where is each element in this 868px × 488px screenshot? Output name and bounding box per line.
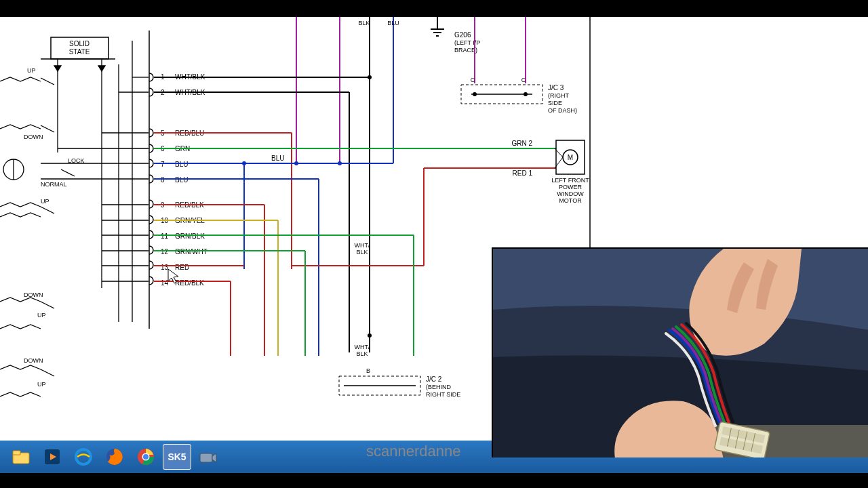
blk-label: BLK (358, 20, 370, 26)
svg-point-10 (368, 75, 372, 79)
motor-label-1: LEFT FRONT (551, 177, 589, 184)
svg-line-53 (41, 78, 54, 85)
svg-point-8 (473, 92, 477, 96)
svg-line-55 (61, 169, 75, 176)
taskbar-firefox-icon[interactable] (100, 444, 129, 470)
pin-8-num: 8 (161, 176, 165, 184)
pin-8-color: BLU (175, 176, 188, 184)
pin-11-color: GRN/BLK (175, 232, 205, 240)
svg-line-56 (41, 207, 54, 214)
svg-point-69 (143, 454, 149, 460)
up-label-2: UP (41, 198, 50, 205)
motor-label-2: POWER (559, 184, 583, 190)
wht-blk-label-v4: BLK (356, 350, 368, 357)
b-label: B (366, 367, 370, 374)
pin-13-color: RED (175, 264, 189, 271)
down-label-2: DOWN (24, 291, 43, 298)
pin-11-num: 11 (161, 232, 169, 240)
grn-2-label: GRN 2 (511, 140, 532, 147)
svg-marker-31 (54, 66, 61, 71)
taskbar-sk5-icon[interactable]: SK5 (163, 444, 191, 470)
wht-blk-label-v2: BLK (356, 249, 368, 256)
c-label-1: C (471, 77, 475, 83)
pin-12-num: 12 (161, 248, 169, 256)
svg-point-15 (338, 161, 342, 165)
diagram-viewport[interactable]: SOLID STATE 1 WHT/BLK (0, 17, 868, 441)
pin-13-num: 13 (161, 264, 169, 271)
ground-sub2: BRACE) (454, 47, 477, 54)
down-label-3: DOWN (24, 357, 43, 364)
taskbar-ie-icon[interactable] (69, 444, 98, 470)
jc2-sub2: RIGHT SIDE (426, 391, 460, 398)
up-label-3: UP (37, 312, 46, 319)
jc2-sub1: (BEHIND (426, 384, 452, 390)
normal-label: NORMAL (41, 181, 67, 188)
svg-line-54 (41, 125, 54, 132)
motor-m-icon: M (568, 154, 573, 161)
pin-14-num: 14 (161, 279, 169, 287)
svg-point-14 (294, 161, 298, 165)
pip-camera-overlay (492, 247, 868, 458)
up-label-1: UP (27, 67, 36, 74)
ground-g206: G206 (454, 31, 471, 39)
watermark-text: scannerdanne (366, 443, 460, 460)
motor-label-3: WINDOW (557, 190, 584, 197)
motor-label-4: MOTOR (559, 197, 582, 204)
sk5-label: SK5 (167, 451, 186, 462)
solid-state-label: SOLID (69, 40, 90, 47)
svg-point-9 (524, 92, 528, 96)
jc2-label: J/C 2 (426, 375, 442, 383)
c-label-2: C (521, 77, 526, 83)
letterbox-top (0, 0, 868, 17)
jc3-sub2: SIDE (548, 100, 562, 106)
wht-blk-label-v3: WHT/ (355, 344, 370, 350)
pin-7-num: 7 (161, 161, 165, 168)
taskbar-folder-icon[interactable] (7, 444, 35, 470)
svg-line-58 (41, 369, 54, 376)
jc3-sub3: OF DASH) (548, 107, 577, 114)
solid-state-label2: STATE (69, 48, 90, 56)
pin-14-color: RED/BLK (175, 279, 204, 287)
svg-point-75 (663, 407, 703, 436)
jc3-sub1: (RIGHT (548, 92, 569, 99)
pin-7-color: BLU (175, 161, 188, 168)
ground-sub1: (LEFT I/P (454, 39, 480, 46)
red-1-label: RED 1 (513, 169, 533, 177)
svg-rect-70 (200, 453, 212, 462)
switch-module (0, 41, 149, 396)
blu-mid-label: BLU (271, 155, 284, 162)
taskbar-media-player-icon[interactable] (38, 444, 66, 470)
jc3-label: J/C 3 (548, 84, 564, 92)
svg-point-28 (368, 333, 372, 338)
blu-label: BLU (387, 20, 399, 26)
down-label-1: DOWN (24, 134, 43, 140)
up-label-4: UP (37, 381, 46, 388)
connector-pins (149, 73, 153, 285)
pin-12-color: GRN/WHT (175, 248, 208, 256)
svg-marker-33 (98, 66, 105, 71)
svg-rect-62 (13, 451, 20, 455)
wht-blk-label-v: WHT/ (355, 242, 370, 249)
svg-marker-71 (212, 453, 216, 462)
taskbar-chrome-icon[interactable] (132, 444, 160, 470)
svg-line-57 (41, 302, 54, 308)
lock-label: LOCK (68, 157, 85, 164)
taskbar-camera-icon[interactable] (194, 444, 222, 470)
